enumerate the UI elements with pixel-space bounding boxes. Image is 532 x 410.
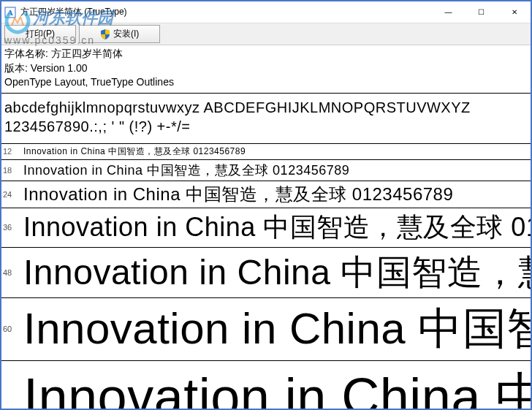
sample-row: 60 Innovation in China 中国智造，慧及全球 0123456… [1, 298, 531, 361]
print-button[interactable]: 打印(P) [4, 25, 76, 43]
sample-text: Innovation in China 中国智造，慧及全球 0123456789 [23, 249, 531, 296]
sample-row: 24 Innovation in China 中国智造，慧及全球 0123456… [1, 181, 531, 208]
glyph-line-numeric: 1234567890.:,; ' " (!?) +-*/= [4, 117, 528, 136]
install-button-label: 安装(I) [113, 28, 139, 40]
sample-size-label: 60 [3, 324, 23, 333]
sample-size-label: 24 [3, 190, 23, 199]
sample-row: 36 Innovation in China 中国智造，慧及全球 0123456… [1, 208, 531, 248]
sample-text: Innovation in China 中国智造，慧及全球 0123456789 [23, 210, 531, 246]
sample-size-label: 18 [3, 166, 23, 175]
sample-list: 12 Innovation in China 中国智造，慧及全球 0123456… [1, 144, 531, 410]
font-info: 字体名称: 方正四岁半简体 版本: Version 1.00 OpenType … [1, 45, 531, 94]
titlebar: A 方正四岁半简体 (TrueType) — ☐ ✕ [1, 1, 531, 23]
window-title: 方正四岁半简体 (TrueType) [20, 6, 432, 18]
svg-text:A: A [7, 8, 13, 17]
sample-row: 48 Innovation in China 中国智造，慧及全球 0123456… [1, 248, 531, 298]
sample-size-label: 36 [3, 223, 23, 232]
window-controls: — ☐ ✕ [432, 1, 531, 23]
font-outlines-row: OpenType Layout, TrueType Outlines [4, 75, 528, 90]
shield-icon [100, 29, 110, 39]
font-app-icon: A [4, 7, 16, 18]
print-button-label: 打印(P) [26, 28, 55, 40]
sample-row: 12 Innovation in China 中国智造，慧及全球 0123456… [1, 144, 531, 160]
font-name-row: 字体名称: 方正四岁半简体 [4, 47, 528, 61]
sample-text: Innovation in China 中国智造，慧及全球 0123456789 [23, 145, 246, 158]
toolbar: 打印(P) 安装(I) [1, 23, 531, 45]
sample-text: Innovation in China 中国智造，慧及全球 0123456789 [23, 362, 531, 410]
sample-text: Innovation in China 中国智造，慧及全球 0123456789 [23, 162, 349, 179]
sample-text: Innovation in China 中国智造，慧及全球 0123456789 [23, 300, 531, 359]
font-version-row: 版本: Version 1.00 [4, 61, 528, 76]
sample-row: 18 Innovation in China 中国智造，慧及全球 0123456… [1, 160, 531, 181]
maximize-button[interactable]: ☐ [465, 1, 498, 23]
glyph-line-alpha: abcdefghijklmnopqrstuvwxyz ABCDEFGHIJKLM… [4, 98, 528, 117]
glyph-preview: abcdefghijklmnopqrstuvwxyz ABCDEFGHIJKLM… [1, 94, 531, 144]
close-button[interactable]: ✕ [498, 1, 531, 23]
install-button[interactable]: 安装(I) [79, 25, 160, 43]
sample-size-label: 48 [3, 268, 23, 277]
sample-size-label: 12 [3, 147, 23, 156]
sample-row: 72 Innovation in China 中国智造，慧及全球 0123456… [1, 361, 531, 410]
minimize-button[interactable]: — [432, 1, 465, 23]
sample-text: Innovation in China 中国智造，慧及全球 0123456789 [23, 183, 453, 206]
